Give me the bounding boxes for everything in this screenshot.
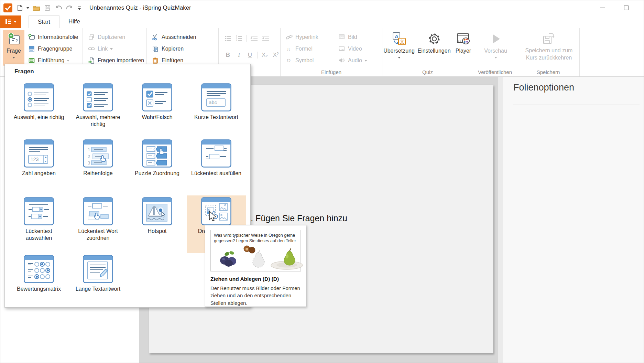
audio-button[interactable]: Audio: [336, 55, 369, 66]
group-label-veroeffentlichen: Veröffentlichen: [473, 69, 517, 75]
duplicate-icon: [88, 33, 95, 41]
video-icon: [338, 45, 346, 53]
undo-button[interactable]: [54, 4, 63, 12]
question-type-drag-words[interactable]: Lückentext Wort zuordnen: [68, 195, 128, 253]
new-document-dropdown-icon[interactable]: [26, 7, 29, 10]
multiple-choice-icon: [83, 83, 113, 111]
ribbon-group-quiz: A 文 Übersetzung Einstellungen: [382, 28, 473, 76]
decrease-indent-icon[interactable]: [250, 35, 258, 42]
save-button[interactable]: [44, 4, 51, 12]
frage-button[interactable]: ? Frage: [3, 30, 24, 66]
player-button[interactable]: Player: [453, 30, 474, 68]
redo-button[interactable]: [66, 4, 74, 12]
hyperlink-button[interactable]: Hyperlink: [283, 31, 331, 43]
vorschau-label: Vorschau: [484, 48, 507, 54]
symbol-button[interactable]: Ω Symbol: [283, 55, 331, 66]
tab-hilfe[interactable]: Hilfe: [59, 15, 89, 28]
subscript-button[interactable]: X₂: [261, 52, 269, 58]
question-type-single-choice[interactable]: Auswahl, eine richtig: [9, 82, 68, 138]
question-type-short-answer[interactable]: abc Kurze Textantwort: [187, 82, 246, 138]
svg-text:π: π: [287, 46, 290, 52]
italic-button[interactable]: I: [235, 52, 243, 58]
question-type-label: Reihenfolge: [83, 170, 112, 177]
svg-text:文: 文: [400, 39, 404, 44]
duplizieren-button[interactable]: Duplizieren: [86, 31, 146, 43]
question-type-hotspot[interactable]: Hotspot: [128, 195, 187, 253]
increase-indent-icon[interactable]: [262, 35, 270, 42]
svg-text:1: 1: [88, 147, 90, 152]
video-label: Video: [348, 46, 362, 52]
link-caret-icon: [110, 48, 113, 51]
question-type-label: Wahr/Falsch: [142, 114, 172, 121]
svg-text:Ω: Ω: [287, 57, 291, 63]
maximize-button[interactable]: [622, 3, 631, 12]
ribbon-group-einfuegen: Hyperlink π Formel Ω Symbol Bild: [281, 28, 382, 76]
tooltip-preview-image: [214, 244, 303, 270]
question-type-label: Lückentext ausfüllen: [191, 170, 241, 177]
question-type-label: Lückentext Wort zuordnen: [71, 228, 125, 242]
question-type-sequence[interactable]: 1 2 3 Reihenfolge: [68, 138, 128, 195]
bold-button[interactable]: B: [224, 52, 232, 58]
save-return-icon: [541, 32, 556, 46]
app-menu-caret-icon: [14, 21, 17, 24]
copy-icon: [152, 45, 159, 53]
introduction-icon: [28, 57, 35, 64]
minimize-button[interactable]: [598, 3, 607, 12]
svg-text:A: A: [395, 33, 399, 39]
question-type-matching[interactable]: Puzzle Zuordnung: [128, 138, 187, 195]
tab-start[interactable]: Start: [29, 15, 59, 28]
bullet-list-icon[interactable]: [224, 35, 232, 42]
einstellungen-label: Einstellungen: [417, 48, 450, 54]
question-type-label: Lückentext auswählen: [12, 228, 66, 242]
app-menu-button[interactable]: [0, 15, 21, 28]
group-label-quiz: Quiz: [382, 69, 473, 75]
uebersetzung-button[interactable]: A 文 Übersetzung: [383, 30, 416, 68]
bild-button[interactable]: Bild: [336, 31, 369, 43]
svg-text:2: 2: [88, 154, 90, 159]
video-button[interactable]: Video: [336, 43, 369, 55]
numbered-list-icon[interactable]: 123: [235, 35, 243, 42]
fragen-importieren-label: Fragen importieren: [98, 57, 144, 64]
question-type-rating-matrix[interactable]: Bewertungsmatrix: [9, 253, 68, 305]
svg-text:3: 3: [236, 39, 237, 42]
vorschau-caret-icon: [494, 57, 497, 60]
new-document-button[interactable]: [16, 4, 23, 12]
vorschau-button[interactable]: Vorschau: [484, 30, 507, 68]
formel-button[interactable]: π Formel: [283, 43, 331, 55]
speichern-kurs-button[interactable]: Speichern und zum Kurs zurückkehren: [525, 30, 573, 68]
vertical-scrollbar[interactable]: [498, 77, 503, 363]
quick-access-customize-icon[interactable]: [77, 5, 82, 11]
ausschneiden-button[interactable]: Ausschneiden: [150, 31, 198, 43]
superscript-button[interactable]: X²: [272, 52, 280, 58]
link-button[interactable]: Link: [86, 43, 146, 55]
question-type-select-from-list[interactable]: Lückentext auswählen: [9, 195, 68, 253]
open-button[interactable]: [32, 4, 41, 12]
fragengruppe-button[interactable]: Fragengruppe: [26, 43, 80, 55]
question-type-essay[interactable]: Lange Textantwort: [68, 253, 128, 305]
app-menu-icon: [5, 19, 12, 25]
preview-play-icon: [488, 32, 503, 46]
info-slide-icon: [28, 33, 35, 41]
link-label: Link: [98, 46, 108, 52]
gear-icon: [427, 32, 442, 46]
question-type-true-false[interactable]: Wahr/Falsch: [128, 82, 187, 138]
informationsfolie-button[interactable]: Informationsfolie: [26, 31, 80, 43]
question-type-label: Bewertungsmatrix: [17, 286, 61, 292]
question-type-multiple-choice[interactable]: Auswahl, mehrere richtig: [68, 82, 128, 138]
matching-icon: [142, 139, 172, 168]
question-type-label: Kurze Textantwort: [194, 114, 238, 121]
hotspot-icon: [142, 197, 172, 225]
underline-button[interactable]: U: [246, 52, 254, 58]
audio-label: Audio: [348, 57, 362, 64]
question-type-numeric[interactable]: 123 Zahl angeben: [9, 138, 68, 195]
svg-text:123: 123: [31, 157, 39, 162]
kopieren-button[interactable]: Kopieren: [150, 43, 198, 55]
group-label-speichern: Speichern: [517, 69, 579, 75]
einstellungen-button[interactable]: Einstellungen: [417, 30, 451, 68]
formel-label: Formel: [295, 46, 313, 52]
question-type-fill-in-blank[interactable]: Lückentext ausfüllen: [187, 138, 246, 195]
player-label: Player: [456, 48, 471, 54]
fill-in-blank-icon: [201, 139, 231, 168]
window-title: Unbenanntes Quiz - iSpring QuizMaker: [89, 4, 191, 11]
question-type-label: Auswahl, eine richtig: [14, 114, 64, 121]
